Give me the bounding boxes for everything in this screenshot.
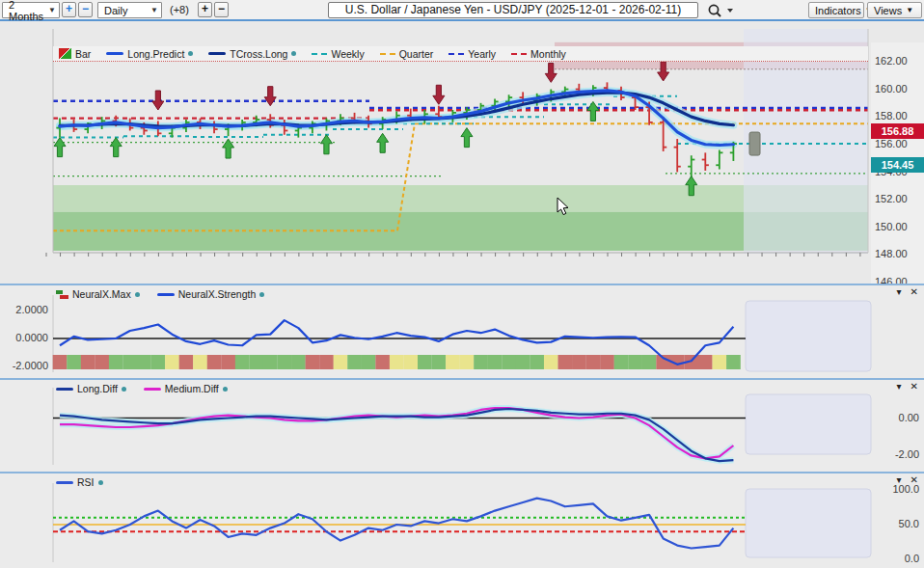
info-dot-icon[interactable] bbox=[223, 387, 228, 392]
legend-label: Weekly bbox=[331, 48, 364, 60]
indicators-button[interactable]: Indicators▼ bbox=[808, 2, 864, 18]
info-dot-icon[interactable] bbox=[188, 51, 193, 56]
bar-series-icon bbox=[59, 48, 71, 59]
panel-axis-label: 0.0000 bbox=[2, 332, 48, 344]
legend-label: Monthly bbox=[530, 48, 566, 60]
bars-plus-button[interactable]: + bbox=[198, 2, 212, 17]
price-axis-label: 162.00 bbox=[875, 55, 921, 68]
legend-label: NeuralX.Strength bbox=[178, 288, 257, 300]
diff-panel: Long.DiffMedium.Diff ▾ ✕ 0.00-2.00 bbox=[0, 378, 924, 472]
legend-label: Medium.Diff bbox=[165, 383, 219, 394]
neuralx-legend: NeuralX.MaxNeuralX.Strength bbox=[56, 288, 264, 300]
panel-axis-label: 0.0 bbox=[881, 553, 919, 565]
legend-item-neuralx-max[interactable]: NeuralX.Max bbox=[56, 288, 140, 300]
price-axis-label: 160.00 bbox=[875, 83, 921, 95]
dashed-line-icon bbox=[448, 53, 464, 55]
panel-axis-label: 0.00 bbox=[881, 412, 919, 424]
price-axis-label: 156.00 bbox=[875, 138, 921, 150]
main-chart-legend: BarLong.PredictTCross.LongWeeklyQuarterY… bbox=[53, 46, 868, 62]
dashed-line-icon bbox=[380, 53, 395, 55]
legend-label: Yearly bbox=[468, 48, 496, 60]
chevron-down-icon: ▼ bbox=[48, 6, 56, 14]
legend-item-weekly[interactable]: Weekly bbox=[312, 48, 364, 60]
legend-label: Bar bbox=[75, 48, 91, 60]
collapse-panel-icon[interactable]: ▾ bbox=[897, 381, 902, 392]
panel-axis-label: 50.0 bbox=[881, 518, 919, 530]
legend-item-medium-diff[interactable]: Medium.Diff bbox=[144, 383, 228, 394]
close-panel-icon[interactable]: ✕ bbox=[910, 286, 918, 297]
interval-select-value: Daily bbox=[104, 5, 127, 16]
current-price-tag: 154.45 bbox=[871, 157, 924, 173]
search-icon[interactable] bbox=[707, 3, 736, 18]
line-series-icon bbox=[56, 481, 73, 484]
zoom-out-button[interactable]: − bbox=[78, 2, 93, 17]
panel-controls: ▾ ✕ bbox=[897, 381, 918, 392]
legend-item-quarter[interactable]: Quarter bbox=[380, 48, 434, 60]
price-axis-label: 148.00 bbox=[875, 248, 921, 260]
legend-item-neuralx-strength[interactable]: NeuralX.Strength bbox=[157, 288, 265, 300]
views-button[interactable]: Views▼ bbox=[867, 2, 922, 18]
info-dot-icon[interactable] bbox=[291, 51, 296, 56]
zoom-in-button[interactable]: + bbox=[62, 2, 76, 17]
legend-label: Long.Diff bbox=[77, 383, 118, 394]
legend-label: NeuralX.Max bbox=[72, 288, 131, 300]
legend-item-rsi[interactable]: RSI bbox=[56, 476, 103, 488]
toolbar: 2 Months▼ + − Daily▼ (+8) + − U.S. Dolla… bbox=[0, 0, 924, 21]
range-select-value: 2 Months bbox=[9, 0, 44, 22]
line-series-icon bbox=[157, 293, 175, 296]
legend-item-long-diff[interactable]: Long.Diff bbox=[56, 383, 126, 394]
close-panel-icon[interactable]: ✕ bbox=[910, 381, 918, 392]
legend-item-bar[interactable]: Bar bbox=[59, 48, 91, 60]
chevron-down-icon: ▼ bbox=[150, 6, 158, 14]
interval-select[interactable]: Daily▼ bbox=[97, 2, 162, 18]
chevron-down-icon bbox=[727, 9, 733, 13]
legend-item-tcross-long[interactable]: TCross.Long bbox=[208, 48, 296, 60]
main-price-chart-panel: BarLong.PredictTCross.LongWeeklyQuarterY… bbox=[0, 21, 924, 282]
info-dot-icon[interactable] bbox=[259, 292, 264, 297]
rsi-panel: RSI ▾ ✕ 100.050.00.0 bbox=[0, 472, 924, 568]
line-series-icon bbox=[144, 388, 161, 391]
legend-label: TCross.Long bbox=[230, 48, 287, 60]
neural-bars-icon bbox=[56, 290, 68, 299]
panel-controls: ▾ ✕ bbox=[897, 474, 918, 485]
neuralx-panel: NeuralX.MaxNeuralX.Strength ▾ ✕ 2.00000.… bbox=[0, 284, 924, 378]
collapse-panel-icon[interactable]: ▾ bbox=[897, 474, 902, 485]
monthly-price-tag: 156.88 bbox=[871, 123, 924, 139]
chevron-down-icon: ▼ bbox=[906, 6, 913, 14]
search-control[interactable] bbox=[707, 3, 736, 18]
legend-label: Long.Predict bbox=[127, 48, 184, 60]
bars-minus-button[interactable]: − bbox=[214, 2, 229, 17]
price-axis-label: 152.00 bbox=[875, 193, 921, 205]
legend-item-yearly[interactable]: Yearly bbox=[448, 48, 496, 60]
panel-axis-label: 2.0000 bbox=[2, 304, 48, 316]
panel-axis-label: -2.00 bbox=[881, 448, 919, 461]
line-series-icon bbox=[56, 388, 73, 391]
info-dot-icon[interactable] bbox=[135, 292, 140, 297]
line-series-icon bbox=[106, 52, 123, 55]
line-series-icon bbox=[208, 52, 226, 55]
legend-item-monthly[interactable]: Monthly bbox=[511, 48, 566, 60]
bars-offset-label: (+8) bbox=[170, 4, 189, 15]
rsi-legend: RSI bbox=[56, 476, 103, 488]
info-dot-icon[interactable] bbox=[98, 480, 103, 485]
symbol-title[interactable]: U.S. Dollar / Japanese Yen - USD/JPY (20… bbox=[328, 2, 698, 18]
panel-axis-label: -2.0000 bbox=[2, 360, 48, 372]
legend-item-long-predict[interactable]: Long.Predict bbox=[106, 48, 193, 60]
legend-label: RSI bbox=[77, 476, 95, 488]
price-axis-label: 158.00 bbox=[875, 110, 921, 122]
dashed-line-icon bbox=[511, 53, 527, 55]
info-dot-icon[interactable] bbox=[122, 387, 126, 392]
trading-app-window: 2 Months▼ + − Daily▼ (+8) + − U.S. Dolla… bbox=[0, 0, 924, 568]
diff-legend: Long.DiffMedium.Diff bbox=[56, 383, 228, 394]
legend-label: Quarter bbox=[399, 48, 434, 60]
dashed-line-icon bbox=[312, 53, 327, 55]
price-slider-handle[interactable] bbox=[749, 132, 760, 155]
close-panel-icon[interactable]: ✕ bbox=[910, 474, 918, 485]
panel-controls: ▾ ✕ bbox=[897, 286, 918, 297]
collapse-panel-icon[interactable]: ▾ bbox=[897, 286, 902, 297]
price-axis-label: 150.00 bbox=[875, 221, 921, 233]
rsi-canvas[interactable] bbox=[0, 473, 924, 568]
range-select[interactable]: 2 Months▼ bbox=[2, 2, 60, 18]
